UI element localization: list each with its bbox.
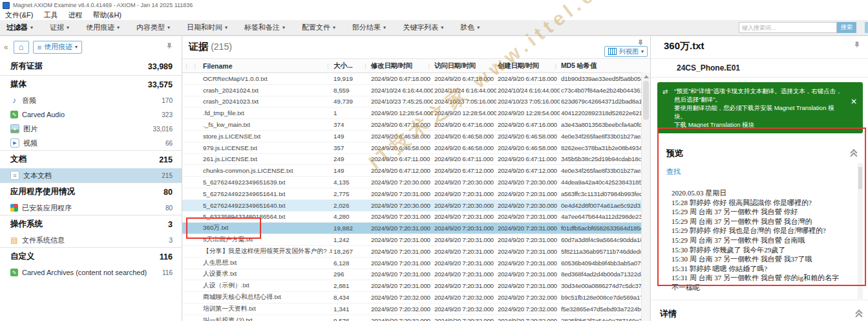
- preview-scrollbar[interactable]: [858, 163, 863, 299]
- column-drag-handle[interactable]: ⋮⋮: [182, 59, 199, 72]
- column-header-1[interactable]: 大小...⋮: [332, 59, 370, 72]
- table-row[interactable]: OCRRecMapV1.0.0.txt19,9192024/9/20 6:47:…: [182, 73, 650, 85]
- menu-item-3[interactable]: 帮助(&H): [92, 10, 122, 20]
- cell-size: 6,128: [332, 260, 370, 267]
- sidebar-item[interactable]: ♪音频170: [0, 93, 182, 107]
- table-row[interactable]: 360万.txt19,8822024/9/20 7:20:31.0002024/…: [182, 223, 650, 234]
- filter-dropdown-2[interactable]: 使用痕迹▾: [86, 23, 120, 32]
- cell-size: 2,775: [332, 190, 370, 197]
- scrollbar-thumb[interactable]: [643, 81, 649, 120]
- menu-item-1[interactable]: 工具: [43, 10, 58, 20]
- column-view-label: 列视图: [619, 47, 639, 56]
- table-row[interactable]: 5_6276244922349651639.txt4,1352024/9/20 …: [182, 177, 650, 188]
- filter-dropdown-8[interactable]: 关键字列表▾: [403, 23, 443, 32]
- filter-dropdown-1[interactable]: 证据▾: [50, 23, 69, 32]
- table-row[interactable]: crash_20241024.txt8,5592024/10/24 6:16:4…: [182, 85, 650, 96]
- sidebar-list: 所有证据33,989媒体33,575♪音频170✎Carved Audio323…: [0, 58, 182, 321]
- table-row[interactable]: ._fs_kw_main.txt3742024/9/20 6:47:16.000…: [182, 119, 650, 131]
- table-row[interactable]: 培训第一天资料.txt1,3412024/9/20 7:20:32.000202…: [182, 304, 650, 315]
- collapse-section-icon[interactable]: [856, 311, 862, 319]
- cell-size: 9,576: [332, 317, 370, 321]
- sidebar-item[interactable]: ▲图片33,016: [0, 122, 182, 136]
- sidebar-group-header[interactable]: 自定义116: [0, 248, 182, 265]
- column-header-4[interactable]: 创建日期/时间⋮: [496, 59, 560, 72]
- source-label: 24CS_Phone.E01: [677, 63, 740, 72]
- home-button[interactable]: ⌂: [14, 41, 29, 54]
- cell-modified: 2024/9/20 7:20:32.000: [370, 317, 433, 321]
- chevron-down-icon: ▾: [333, 25, 335, 30]
- preview-text[interactable]: 2020.05.03 星期日15:28 郭婷婷 你好 很高興認識你 你是哪裡的?…: [672, 188, 846, 293]
- table-row[interactable]: 叫一起投资 (2).txt9,5762024/9/20 7:20:32.0002…: [182, 315, 650, 321]
- drag-dots-icon: ⋮: [325, 63, 331, 69]
- table-row[interactable]: 5_6323589433480186564.txt4,2802024/9/20 …: [182, 212, 650, 223]
- table-row[interactable]: 5_6276244922349651641.txt2,7752024/9/20 …: [182, 188, 650, 200]
- table-row[interactable]: 261.js.LICENSE.txt2492024/9/20 6:47:11.0…: [182, 154, 650, 166]
- cell-accessed: 2024/10/23 7:05:16.000: [433, 98, 496, 105]
- cutoff-button[interactable]: [865, 22, 868, 33]
- table-row[interactable]: crash_20241023.txt49,7392024/10/23 7:45:…: [182, 96, 650, 108]
- filter-dropdown-4[interactable]: 日期和时间▾: [187, 23, 228, 32]
- cell-size: 357: [332, 144, 370, 151]
- sidebar-item[interactable]: 已安装应用程序80: [0, 201, 182, 215]
- search-input[interactable]: [739, 22, 837, 33]
- evidence-source-item[interactable]: 24CS_Phone.E01: [651, 58, 868, 78]
- details-section: 详情: [651, 300, 868, 321]
- table-row[interactable]: 5_6276244922349651640.txt2,0262024/9/20 …: [182, 200, 650, 212]
- table-row[interactable]: 979.js.LICENSE.txt3572024/9/20 6:46:58.0…: [182, 142, 650, 154]
- pictures-icon: ▲: [10, 124, 19, 133]
- sidebar-group-header[interactable]: 媒体33,575: [0, 76, 182, 93]
- view-selector-button[interactable]: ≡ 使用痕迹 ▾: [33, 41, 82, 54]
- detail-panel: 360万.txt 24CS_Phone.E01 ⇄ ✕ “预览”和“详情”选项卡…: [651, 36, 868, 321]
- scrollbar-thumb[interactable]: [858, 167, 862, 189]
- menu-item-2[interactable]: 进程: [68, 10, 82, 20]
- scroll-up-icon[interactable]: [644, 75, 649, 78]
- sidebar-group-header[interactable]: 所有证据33,989: [0, 58, 182, 75]
- table-row[interactable]: store.js.LICENSE.txt1492024/9/20 6:46:58…: [182, 131, 650, 142]
- close-icon[interactable]: ✕: [851, 98, 857, 106]
- collapse-sidebar-icon[interactable]: «: [3, 43, 10, 52]
- filter-dropdown-0[interactable]: 过滤器▾: [6, 23, 33, 32]
- sidebar-item[interactable]: ▤文件系统信息3: [0, 233, 182, 247]
- column-header-2[interactable]: 修改日期/时间⋮: [370, 59, 433, 72]
- table-row[interactable]: 商城聊天核心和总结心得.txt8,4342024/9/20 7:20:32.00…: [182, 292, 650, 304]
- table-row[interactable]: 【分享】我是这样使用领英开发国外客户的? .txt18,2672024/9/20…: [182, 246, 650, 258]
- table-row[interactable]: 人生思想.txt6,1282024/9/20 7:20:31.0002024/9…: [182, 258, 650, 269]
- column-header-5[interactable]: MD5 哈希值: [560, 59, 650, 72]
- filter-dropdown-6[interactable]: 配置文件▾: [302, 23, 335, 32]
- sidebar-group-header[interactable]: 操作系统3: [0, 216, 182, 233]
- chevron-down-icon: ▾: [225, 25, 228, 30]
- cell-accessed: 2024/9/20 6:47:12.000: [433, 167, 496, 174]
- column-header-3[interactable]: 访问日期/时间⋮: [433, 59, 496, 72]
- sidebar-item[interactable]: ≡文本文档215: [0, 168, 182, 183]
- cell-filename: 261.js.LICENSE.txt: [199, 155, 332, 162]
- column-view-button[interactable]: 列视图 ▾: [604, 46, 648, 57]
- menu-item-0[interactable]: 文件(&F): [5, 10, 33, 20]
- sidebar-group-header[interactable]: 文档215: [0, 151, 182, 168]
- download-translation-link[interactable]: 下载 Magnet Translation 模块: [674, 121, 754, 128]
- table-row[interactable]: 5天出高户方案.txt1,2422024/9/20 7:20:31.000202…: [182, 234, 650, 246]
- drag-dots-icon: ⋮: [184, 63, 189, 69]
- filter-dropdown-7[interactable]: 部分结果▾: [352, 23, 386, 32]
- group-count: 215: [159, 155, 173, 164]
- sidebar-item[interactable]: ▶视频66: [0, 136, 182, 150]
- sidebar-group-header[interactable]: 应用程序使用情况80: [0, 183, 182, 201]
- table-row[interactable]: chunks-common.js.LICENSE.txt1492024/9/20…: [182, 165, 650, 177]
- table-row[interactable]: .fd_tmp_file.txt12024/9/20 12:28:54.0002…: [182, 107, 650, 119]
- collapse-section-icon[interactable]: [851, 150, 856, 159]
- pin-icon[interactable]: [166, 40, 173, 52]
- filter-dropdown-3[interactable]: 内容类型▾: [136, 23, 170, 32]
- column-header-0[interactable]: Filename⋮: [199, 59, 332, 72]
- cell-created: 2024/9/20 7:20:30.000: [496, 202, 560, 209]
- pin-icon[interactable]: [854, 39, 860, 50]
- cell-accessed: 2024/9/20 7:20:32.000: [433, 294, 496, 301]
- filter-dropdown-9[interactable]: 肤色▾: [460, 23, 480, 32]
- find-link[interactable]: 查找: [666, 167, 681, 177]
- table-row[interactable]: 人设（示例）.txt2,8812024/9/20 7:20:31.0002024…: [182, 280, 650, 292]
- sidebar-item[interactable]: ✎Carved Archives (content not searched)1…: [0, 265, 182, 280]
- search-button[interactable]: 搜索: [837, 22, 856, 33]
- table-row[interactable]: 人设要求.txt2962024/9/20 7:20:31.0002024/9/2…: [182, 269, 650, 281]
- sidebar-item[interactable]: ✎Carved Audio323: [0, 107, 182, 122]
- table-scrollbar[interactable]: [641, 72, 650, 321]
- filter-dropdown-5[interactable]: 标签和备注▾: [244, 23, 285, 32]
- cell-created: 2024/9/20 7:20:31.000: [496, 236, 560, 243]
